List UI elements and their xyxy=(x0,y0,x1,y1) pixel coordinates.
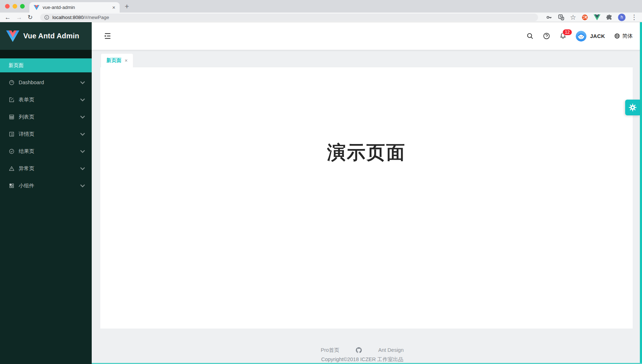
form-icon xyxy=(9,97,15,103)
chevron-down-icon xyxy=(80,183,86,189)
chevron-down-icon xyxy=(80,114,86,120)
sidebar-item-exceptions[interactable]: 异常页 xyxy=(0,160,92,177)
help-icon[interactable] xyxy=(543,32,550,40)
notifications-button[interactable]: 12 xyxy=(559,32,567,40)
gear-icon xyxy=(628,103,637,112)
sidebar-item-new-page[interactable]: 新页面 xyxy=(0,58,92,72)
sidebar-item-forms[interactable]: 表单页 xyxy=(0,91,92,108)
browser-tab-title: vue-antd-admin xyxy=(43,5,109,10)
profile-icon xyxy=(9,131,15,137)
vertical-scrollbar[interactable] xyxy=(640,22,642,364)
sidebar-item-label: 小组件 xyxy=(19,182,76,189)
browser-toolbar: ← → ↻ localhost:8080/#/newPage ☆ xyxy=(0,13,642,22)
copyright: Copyright©2018 ICZER 工作室出品 xyxy=(92,356,633,363)
search-icon[interactable] xyxy=(526,32,534,40)
warning-icon xyxy=(9,166,15,172)
password-key-icon[interactable] xyxy=(546,14,552,21)
new-tab-button[interactable]: + xyxy=(125,3,129,10)
sidebar-shadow-strip xyxy=(0,50,92,58)
block-icon xyxy=(9,183,15,189)
translate-icon[interactable] xyxy=(558,14,565,21)
forward-icon[interactable]: → xyxy=(16,14,22,20)
app-title: Vue Antd Admin xyxy=(23,32,79,40)
sidebar-item-lists[interactable]: 列表页 xyxy=(0,108,92,125)
sidebar-item-label: Dashboard xyxy=(19,80,76,85)
sidebar-item-label: 新页面 xyxy=(9,62,24,69)
chevron-down-icon xyxy=(80,97,86,103)
footer-link-pro[interactable]: Pro首页 xyxy=(321,347,339,354)
sidebar: Vue Antd Admin 新页面 Dashboard xyxy=(0,22,92,364)
tab-close-icon[interactable]: × xyxy=(112,5,115,10)
address-bar[interactable]: localhost:8080/#/newPage xyxy=(40,14,538,21)
check-circle-icon xyxy=(9,148,15,154)
browser-tabstrip: vue-antd-admin × + xyxy=(0,0,642,13)
reload-icon[interactable]: ↻ xyxy=(28,14,33,20)
sidebar-item-label: 列表页 xyxy=(19,114,76,120)
back-icon[interactable]: ← xyxy=(5,14,11,20)
page-tab-close-icon[interactable]: × xyxy=(125,58,128,63)
chevron-down-icon xyxy=(80,131,86,137)
macos-zoom-button[interactable] xyxy=(20,4,25,9)
chevron-down-icon xyxy=(80,148,86,154)
macos-minimize-button[interactable] xyxy=(13,4,17,9)
browser-window: vue-antd-admin × + ← → ↻ localhost:8080/… xyxy=(0,0,642,364)
chevron-down-icon xyxy=(80,80,86,86)
sidebar-item-label: 表单页 xyxy=(19,96,76,103)
macos-close-button[interactable] xyxy=(5,4,10,9)
vue-favicon-icon xyxy=(34,5,39,10)
user-avatar xyxy=(576,31,586,42)
username: JACK xyxy=(590,33,605,39)
table-icon xyxy=(9,114,15,120)
url-host: localhost:8080 xyxy=(52,15,83,20)
app-logo[interactable]: Vue Antd Admin xyxy=(0,22,92,50)
sidebar-item-widgets[interactable]: 小组件 xyxy=(0,177,92,194)
sidebar-item-results[interactable]: 结果页 xyxy=(0,143,92,160)
user-menu[interactable]: JACK xyxy=(576,31,605,42)
page-tab-label: 新页面 xyxy=(106,57,121,64)
extension-orange-icon[interactable] xyxy=(581,14,588,21)
dashboard-icon xyxy=(9,80,15,86)
chrome-menu-icon[interactable]: ⋮ xyxy=(631,14,637,20)
page-title: 演示页面 xyxy=(100,67,633,165)
bookmark-star-icon[interactable]: ☆ xyxy=(570,14,576,21)
content-card: 演示页面 xyxy=(100,67,633,329)
extensions-puzzle-icon[interactable] xyxy=(606,14,613,21)
chrome-profile-avatar[interactable]: h xyxy=(618,14,626,21)
language-selector[interactable]: 简体 xyxy=(614,33,633,39)
sidebar-item-label: 结果页 xyxy=(19,148,76,155)
sidebar-item-dashboard[interactable]: Dashboard xyxy=(0,74,92,91)
admin-header: 12 JACK xyxy=(92,22,642,50)
main-workspace: 新页面 × 演示页面 Pro首页 Ant Design Copyright©20… xyxy=(92,50,642,364)
footer-link-antd[interactable]: Ant Design xyxy=(378,347,404,353)
page-footer: Pro首页 Ant Design Copyright©2018 ICZER 工作… xyxy=(92,346,633,363)
language-label: 简体 xyxy=(622,33,633,39)
browser-tab[interactable]: vue-antd-admin × xyxy=(29,2,120,13)
url-path: /#/newPage xyxy=(83,15,109,20)
menu-fold-button[interactable] xyxy=(104,32,112,40)
chevron-down-icon xyxy=(80,166,86,172)
header-actions: 12 JACK xyxy=(526,31,633,42)
settings-drawer-button[interactable] xyxy=(625,100,640,115)
admin-app: Vue Antd Admin 新页面 Dashboard xyxy=(0,22,642,364)
github-icon[interactable] xyxy=(356,347,362,353)
notification-badge: 12 xyxy=(562,29,572,35)
page-tab-new-page[interactable]: 新页面 × xyxy=(101,54,133,67)
vue-devtools-icon[interactable] xyxy=(594,14,600,21)
sidebar-item-label: 详情页 xyxy=(19,131,76,138)
sidebar-menu: Dashboard 表单页 列表页 xyxy=(0,72,92,194)
page-info-icon[interactable] xyxy=(44,15,49,20)
sidebar-item-label: 异常页 xyxy=(19,165,76,172)
menu-fold-icon xyxy=(104,32,112,40)
toolbar-actions: ☆ h ⋮ xyxy=(546,14,637,21)
globe-icon xyxy=(614,33,620,39)
vue-logo-icon xyxy=(6,30,19,42)
sidebar-item-details[interactable]: 详情页 xyxy=(0,125,92,143)
